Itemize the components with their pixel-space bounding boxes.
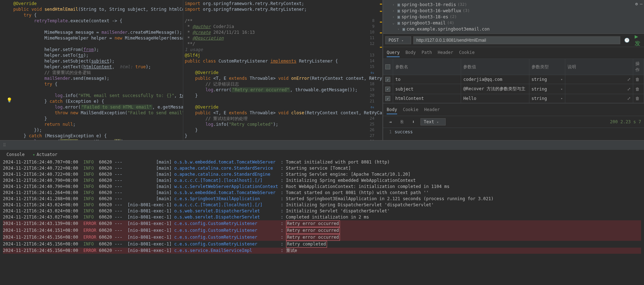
params-table: 参数名参数值参数类型说明操作tocoderjia@qq.comstring ▾⤢… (383, 59, 644, 104)
delete-icon[interactable]: 🗑 (635, 77, 640, 82)
folder-icon: ▣ (397, 14, 400, 19)
resp-tab-body[interactable]: Body (387, 106, 397, 114)
response-tabs: BodyCookieHeader (383, 104, 644, 116)
right-tool-panel: ›▣spring-boot3-10-redis (32)›▣spring-boo… (383, 0, 644, 140)
param-cell[interactable]: ⤢ (565, 94, 633, 103)
param-cell[interactable]: string ▾ (529, 84, 565, 94)
tab-query[interactable]: Query (387, 49, 400, 57)
tool-drag-handle[interactable]: ⠿ (3, 143, 6, 148)
http-method-select[interactable]: POST ▾ (385, 36, 411, 44)
param-cell[interactable]: string ▾ (529, 75, 565, 84)
param-cell[interactable]: ⤢ (565, 84, 633, 94)
delete-icon[interactable]: 🗑 (635, 87, 640, 92)
param-cell[interactable]: htmlContent (393, 94, 461, 103)
history-icon[interactable]: 🕑 (622, 36, 631, 45)
tree-item[interactable]: ›▣spring-boot3-18-es (2) (386, 14, 641, 20)
send-button[interactable]: ▶ 发 (633, 36, 642, 45)
param-checkbox[interactable] (385, 96, 390, 101)
download-icon[interactable]: ⬇ (409, 118, 418, 126)
response-status: 200 2.23 s 7 (610, 119, 641, 124)
param-checkbox[interactable] (385, 87, 390, 92)
param-cell (383, 84, 393, 94)
tab-body[interactable]: Body (405, 49, 416, 57)
url-input[interactable] (413, 36, 620, 44)
tree-item[interactable]: ›▣spring-boot3-16-webflux (3) (386, 8, 641, 14)
param-cell[interactable]: subject (393, 84, 461, 94)
editor-left-pane[interactable]: @Override public void sendHtmlEmail(Stri… (0, 0, 183, 140)
console-output[interactable]: 2024-11-21T16:24:40.707+08:00 INFO 60620… (0, 158, 644, 285)
resp-tab-cookie[interactable]: Cookie (403, 106, 418, 114)
param-cell (383, 75, 393, 84)
rest-client-panel: POST ▾ 🕑 ▶ 发 QueryBodyPathHeaderCookie 参… (383, 34, 644, 140)
delete-icon[interactable]: 🗑 (635, 96, 640, 101)
param-cell[interactable]: ⤢ (565, 75, 633, 84)
tab-console[interactable]: Console (3, 151, 28, 158)
console-panel: ⠿ ⚙ — Console ✦Actuator 2024-11-21T16:24… (0, 140, 644, 285)
param-cell[interactable]: coderjia@qq.com (461, 75, 529, 84)
tree-item[interactable]: ›▣com.example.springboot3email.con (386, 26, 641, 32)
folder-icon: ▣ (402, 27, 405, 32)
param-cell[interactable]: @Recover 方法的参数类型与主 (461, 84, 529, 94)
folder-icon: ▣ (397, 20, 400, 26)
actuator-icon: ✦ (33, 152, 35, 157)
folder-icon: ▣ (397, 2, 400, 7)
editor-right-pane[interactable]: 89101112131415o↓ 161718192021o↓ 22232425… (183, 0, 383, 140)
project-tree[interactable]: ›▣spring-boot3-10-redis (32)›▣spring-boo… (383, 0, 644, 34)
resp-tab-header[interactable]: Header (424, 106, 440, 114)
tree-item[interactable]: ⌄▣springboot3-email (4) (386, 20, 641, 26)
wrap-icon[interactable]: ⇥ (386, 118, 395, 126)
param-cell (383, 94, 393, 103)
tab-header[interactable]: Header (438, 49, 453, 57)
param-cell[interactable]: Hello (461, 94, 529, 103)
folder-icon: ▣ (397, 8, 400, 13)
param-cell[interactable]: to (393, 75, 461, 84)
tab-actuator[interactable]: ✦Actuator (29, 151, 61, 158)
tab-cookie[interactable]: Cookie (459, 49, 474, 57)
intention-bulb-icon[interactable]: 💡 (6, 97, 12, 103)
select-all-checkbox[interactable] (385, 64, 390, 69)
tree-item[interactable]: ›▣spring-boot3-10-redis (32) (386, 1, 641, 8)
param-cell: 🗑 (633, 94, 644, 103)
param-cell[interactable]: string ▾ (529, 94, 565, 103)
response-body[interactable]: 1success (383, 128, 644, 136)
copy-icon[interactable]: ⎘ (397, 118, 406, 126)
response-format-select[interactable]: Text ▾ (420, 118, 446, 125)
param-checkbox[interactable] (385, 77, 390, 82)
request-tabs: QueryBodyPathHeaderCookie (383, 47, 644, 59)
tab-path[interactable]: Path (422, 49, 432, 57)
param-cell: 🗑 (633, 84, 644, 94)
param-cell: 🗑 (633, 75, 644, 84)
